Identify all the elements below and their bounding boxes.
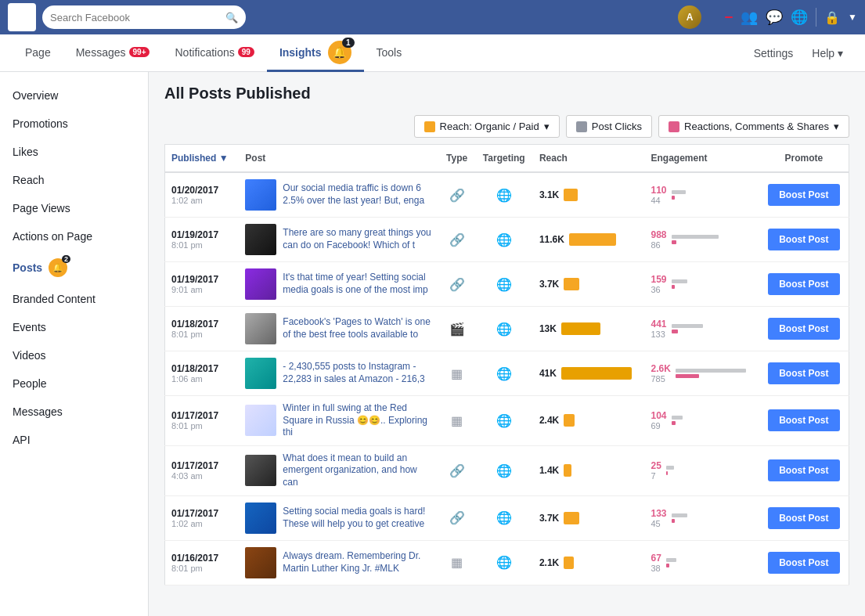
post-clicks-label: Post Clicks xyxy=(592,121,642,132)
post-text[interactable]: Winter in full swing at the Red Square i… xyxy=(283,402,432,439)
engagement-top: 441 xyxy=(651,319,667,330)
post-thumbnail xyxy=(245,358,276,389)
cell-post-3: Facebook's 'Pages to Watch' is one of th… xyxy=(239,307,438,351)
engagement-bar-bottom xyxy=(666,564,669,567)
cell-date-0: 01/20/2017 1:02 am xyxy=(165,172,240,218)
post-text[interactable]: - 2,430,555 posts to Instagram - 22,283 … xyxy=(283,361,432,385)
sidebar-item-promotions[interactable]: Promotions xyxy=(0,110,148,138)
page-nav-item-tools[interactable]: Tools xyxy=(364,34,415,72)
post-text[interactable]: Facebook's 'Pages to Watch' is one of th… xyxy=(283,316,432,340)
reactions-chevron: ▾ xyxy=(834,121,839,132)
reach-value: 2.4K xyxy=(539,415,559,426)
globe-icon[interactable]: 🌐 xyxy=(791,9,808,26)
sidebar-item-posts[interactable]: Posts 🔔 2 xyxy=(0,250,148,285)
boost-post-button[interactable]: Boost Post xyxy=(768,409,839,431)
boost-post-button[interactable]: Boost Post xyxy=(768,184,839,206)
post-text[interactable]: Our social media traffic is down 6 2.5% … xyxy=(283,182,432,207)
cell-type-1: 🔗 xyxy=(439,218,475,262)
cell-targeting-2: 🌐 xyxy=(475,262,533,307)
reach-bar xyxy=(564,512,579,524)
engagement-bar-top xyxy=(672,324,703,328)
posts-badge-num: 2 xyxy=(62,255,70,263)
table-row: 01/18/2017 1:06 am - 2,430,555 posts to … xyxy=(165,351,849,396)
cell-targeting-1: 🌐 xyxy=(475,218,533,262)
page-nav-item-insights[interactable]: Insights 🔔 1 xyxy=(267,34,364,72)
cell-type-7: 🔗 xyxy=(439,495,475,540)
boost-post-button[interactable]: Boost Post xyxy=(768,362,839,384)
page-nav-right: Settings Help ▾ xyxy=(744,34,852,71)
lock-icon[interactable]: 🔒 xyxy=(824,10,840,25)
post-preview: Always dream. Remembering Dr. Martin Lut… xyxy=(245,547,432,578)
col-published[interactable]: Published ▼ xyxy=(165,145,240,173)
reach-filter-button[interactable]: Reach: Organic / Paid ▾ xyxy=(414,115,560,138)
engagement-top: 104 xyxy=(651,410,667,421)
post-text[interactable]: What does it mean to build an emergent o… xyxy=(283,452,432,489)
post-text[interactable]: Setting social media goals is hard! Thes… xyxy=(283,506,432,530)
boost-post-button[interactable]: Boost Post xyxy=(768,507,839,529)
settings-button[interactable]: Settings xyxy=(744,47,803,59)
top-nav-right: A 👥 💬 🌐 🔒 ▼ xyxy=(678,5,857,29)
sidebar-item-api[interactable]: API xyxy=(0,426,148,454)
boost-post-button[interactable]: Boost Post xyxy=(768,552,839,574)
sidebar-item-reach[interactable]: Reach xyxy=(0,166,148,194)
cell-engagement-7: 133 45 xyxy=(645,495,759,540)
search-input[interactable] xyxy=(50,12,221,23)
engagement-bar-top xyxy=(672,190,686,194)
sidebar-item-messages[interactable]: Messages xyxy=(0,398,148,426)
cell-promote-0: Boost Post xyxy=(759,172,849,218)
chevron-down-icon[interactable]: ▼ xyxy=(848,12,857,23)
reach-value: 11.6K xyxy=(539,234,564,245)
fb-logo[interactable] xyxy=(8,3,36,31)
post-text[interactable]: There are so many great things you can d… xyxy=(283,227,432,251)
sidebar-item-overview[interactable]: Overview xyxy=(0,81,148,110)
cell-reach-2: 3.7K xyxy=(533,262,645,307)
sidebar-item-events[interactable]: Events xyxy=(0,313,148,341)
engagement-top: 110 xyxy=(651,185,667,196)
page-nav-item-notifications[interactable]: Notifications 99 xyxy=(162,34,266,72)
help-button[interactable]: Help ▾ xyxy=(802,47,852,59)
date-value: 01/19/2017 xyxy=(171,229,232,240)
reactions-filter-button[interactable]: Reactions, Comments & Shares ▾ xyxy=(658,115,849,138)
sidebar-item-people[interactable]: People xyxy=(0,369,148,398)
cell-promote-1: Boost Post xyxy=(759,218,849,262)
boost-post-button[interactable]: Boost Post xyxy=(768,229,839,250)
bell-icon: 🔔 xyxy=(333,46,346,59)
cell-reach-8: 2.1K xyxy=(533,540,645,585)
cell-reach-6: 1.4K xyxy=(533,445,645,495)
boost-post-button[interactable]: Boost Post xyxy=(768,459,839,481)
reach-value: 3.1K xyxy=(539,189,559,200)
post-text[interactable]: It's that time of year! Setting social m… xyxy=(283,272,432,296)
cell-type-5: ▦ xyxy=(439,396,475,446)
sidebar-item-videos[interactable]: Videos xyxy=(0,341,148,369)
cell-post-8: Always dream. Remembering Dr. Martin Lut… xyxy=(239,540,438,585)
post-text[interactable]: Always dream. Remembering Dr. Martin Lut… xyxy=(283,550,432,575)
reach-bar xyxy=(561,322,600,335)
reach-bar xyxy=(561,367,632,380)
col-post: Post xyxy=(239,145,438,173)
friends-icon[interactable]: 👥 xyxy=(741,9,758,26)
sidebar-item-likes[interactable]: Likes xyxy=(0,138,148,166)
cell-date-6: 01/17/2017 4:03 am xyxy=(165,445,240,495)
table-row: 01/16/2017 8:01 pm Always dream. Remembe… xyxy=(165,540,849,585)
cell-type-6: 🔗 xyxy=(439,445,475,495)
post-preview: Setting social media goals is hard! Thes… xyxy=(245,503,432,534)
sidebar-item-branded-content[interactable]: Branded Content xyxy=(0,285,148,313)
cell-targeting-5: 🌐 xyxy=(475,396,533,446)
time-value: 1:06 am xyxy=(171,374,232,384)
messenger-icon[interactable]: 💬 xyxy=(766,9,783,26)
sidebar-item-actions-on-page[interactable]: Actions on Page xyxy=(0,222,148,250)
boost-post-button[interactable]: Boost Post xyxy=(768,273,839,295)
cell-reach-3: 13K xyxy=(533,307,645,351)
boost-post-button[interactable]: Boost Post xyxy=(768,318,839,340)
post-thumbnail xyxy=(245,224,276,255)
engagement-bottom: 36 xyxy=(651,285,667,294)
engagement-top: 25 xyxy=(651,460,661,471)
post-clicks-filter-button[interactable]: Post Clicks xyxy=(566,115,652,138)
cell-reach-0: 3.1K xyxy=(533,172,645,218)
page-nav-item-page[interactable]: Page xyxy=(13,34,63,72)
cell-engagement-0: 110 44 xyxy=(645,172,759,218)
engagement-bar-top xyxy=(666,558,676,562)
sidebar-item-page-views[interactable]: Page Views xyxy=(0,194,148,222)
page-nav-item-messages[interactable]: Messages 99+ xyxy=(63,34,163,72)
notifications-label: Notifications xyxy=(175,46,234,59)
